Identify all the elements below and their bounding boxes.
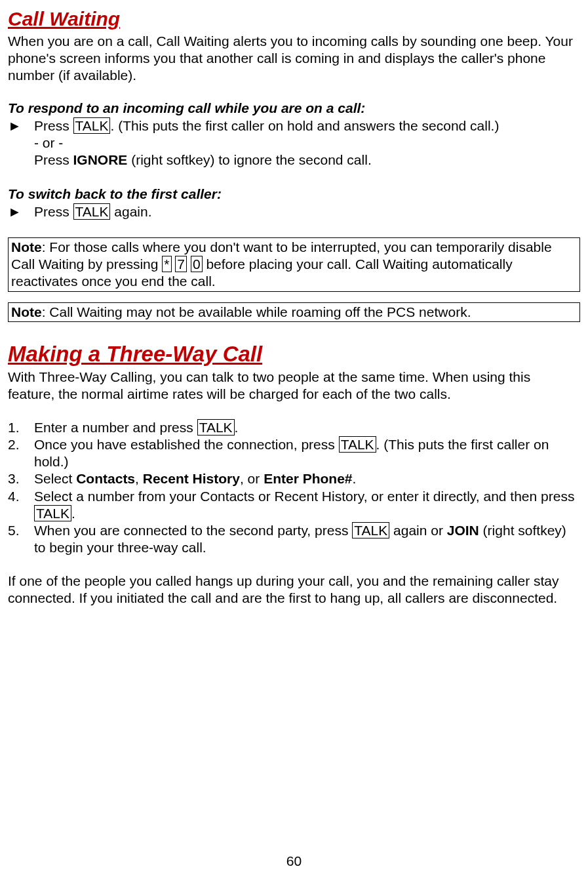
note-box-1: Note: For those calls where you don't wa… [8,237,580,292]
subhead-switchback: To switch back to the first caller: [8,186,580,203]
text: Press [34,204,73,219]
text: . (This puts the first caller on hold an… [110,118,499,133]
text: Enter a number and press [34,420,197,435]
section-title-call-waiting: Call Waiting [8,7,580,31]
text: (right softkey) to ignore the second cal… [127,152,371,167]
text: , or [240,471,264,486]
step-text: Once you have established the connection… [34,436,580,471]
call-waiting-intro: When you are on a call, Call Waiting ale… [8,33,580,85]
text: Press [34,152,73,167]
text: Select a number from your Contacts or Re… [34,489,574,504]
text: . [235,420,239,435]
bullet-symbol: ► [8,203,34,220]
recent-history-option: Recent History [143,471,240,486]
talk-key: TALK [339,436,376,453]
step-num: 3. [8,470,34,487]
talk-key: TALK [34,505,71,521]
talk-key: TALK [197,419,235,436]
step-row: 5. When you are connected to the second … [8,522,580,557]
step-row: 1. Enter a number and press TALK. [8,419,580,436]
zero-key: 0 [191,256,203,272]
step-row: 2. Once you have established the connect… [8,436,580,471]
step-text: Enter a number and press TALK. [34,419,238,436]
section-title-three-way: Making a Three-Way Call [8,340,580,367]
talk-key: TALK [73,117,111,134]
text: Once you have established the connection… [34,437,339,452]
bullet-text: Press TALK again. [34,203,152,220]
bullet-item: ► Press TALK again. [8,203,580,220]
three-way-outro: If one of the people you called hangs up… [8,573,580,607]
three-way-intro: With Three-Way Calling, you can talk to … [8,369,580,403]
subhead-respond: To respond to an incoming call while you… [8,100,580,117]
note-label: Note [11,304,42,319]
ignore-softkey: IGNORE [73,152,128,167]
text: . [71,506,75,521]
step-num: 4. [8,488,34,505]
text: Select [34,471,76,486]
step-num: 1. [8,419,34,436]
step-row: 4. Select a number from your Contacts or… [8,488,580,523]
text: Press [34,118,73,133]
text: When you are connected to the second par… [34,523,352,538]
seven-key: 7 [175,256,187,272]
bullet-symbol: ► [8,117,34,134]
step-text: When you are connected to the second par… [34,522,580,557]
text: , [135,471,143,486]
join-softkey: JOIN [447,523,479,538]
star-key: * [162,256,171,272]
note-box-2: Note: Call Waiting may not be available … [8,302,580,322]
note-label: Note [11,239,42,254]
enter-phone-option: Enter Phone# [264,471,352,486]
text: : Call Waiting may not be available whil… [42,304,471,319]
contacts-option: Contacts [76,471,135,486]
bullet-item: ► Press TALK. (This puts the first calle… [8,117,580,134]
step-row: 3. Select Contacts, Recent History, or E… [8,470,580,487]
text: . [353,471,357,486]
step-num: 2. [8,436,34,453]
talk-key: TALK [352,522,389,538]
bullet-text-alt: Press IGNORE (right softkey) to ignore t… [34,152,580,169]
bullet-text: Press TALK. (This puts the first caller … [34,117,499,134]
or-line: - or - [34,134,580,152]
text: again. [110,204,151,219]
step-text: Select a number from your Contacts or Re… [34,488,580,523]
step-text: Select Contacts, Recent History, or Ente… [34,470,356,487]
step-num: 5. [8,522,34,539]
talk-key: TALK [73,203,111,220]
text: again or [389,523,447,538]
